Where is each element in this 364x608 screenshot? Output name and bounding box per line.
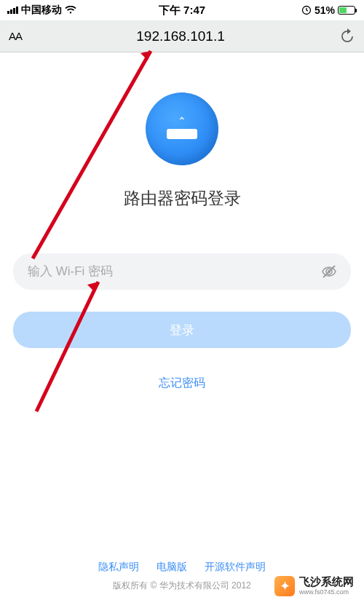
signal-icon xyxy=(7,7,18,14)
desktop-link[interactable]: 电脑版 xyxy=(157,561,187,572)
watermark-title: 飞沙系统网 xyxy=(299,575,354,588)
wifi-icon xyxy=(65,6,76,15)
watermark-sub: www.fs0745.com xyxy=(299,588,354,596)
router-logo: ⌃ xyxy=(146,92,218,165)
forgot-password-link[interactable]: 忘记密码 xyxy=(159,376,205,389)
refresh-icon[interactable] xyxy=(339,28,355,44)
url-field[interactable]: 192.168.101.1 xyxy=(29,28,332,44)
password-field-wrap[interactable] xyxy=(13,253,351,290)
battery-percent: 51% xyxy=(314,4,335,16)
opensource-link[interactable]: 开源软件声明 xyxy=(205,561,266,572)
status-left: 中国移动 xyxy=(7,4,76,17)
status-bar: 中国移动 下午 7:47 51% xyxy=(0,0,364,20)
status-right: 51% xyxy=(301,4,357,16)
carrier-label: 中国移动 xyxy=(21,4,62,17)
watermark: ✦ 飞沙系统网 www.fs0745.com xyxy=(270,572,358,599)
login-button[interactable]: 登录 xyxy=(13,312,351,348)
page-title: 路由器密码登录 xyxy=(13,187,351,210)
privacy-link[interactable]: 隐私声明 xyxy=(98,561,139,572)
battery-icon xyxy=(338,6,357,15)
watermark-icon: ✦ xyxy=(274,576,295,596)
time-label: 下午 7:47 xyxy=(159,4,205,17)
password-input[interactable] xyxy=(28,264,314,279)
rotation-lock-icon xyxy=(301,5,312,15)
address-bar: AA 192.168.101.1 xyxy=(0,20,364,52)
text-size-button[interactable]: AA xyxy=(9,30,22,42)
toggle-visibility-icon[interactable] xyxy=(320,263,338,280)
main-content: ⌃ 路由器密码登录 登录 忘记密码 xyxy=(0,92,364,391)
